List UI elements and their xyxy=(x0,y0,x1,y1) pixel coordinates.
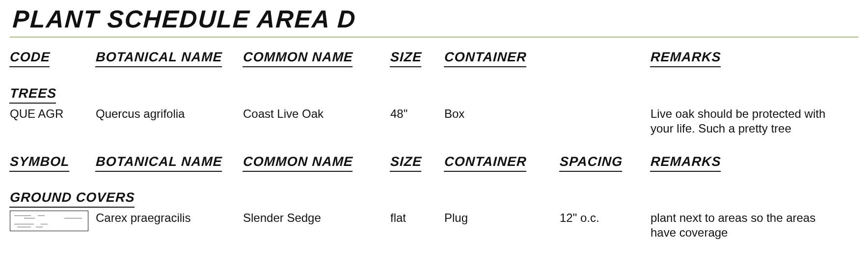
cell-common: Coast Live Oak xyxy=(243,106,390,121)
cell-remarks: plant next to areas so the areas have co… xyxy=(651,210,837,240)
header-symbol: SYMBOL xyxy=(9,154,70,172)
section-trees: TREES xyxy=(9,85,57,104)
cell-size: flat xyxy=(390,210,444,225)
header-container-2: CONTAINER xyxy=(444,154,527,172)
header-container: CONTAINER xyxy=(444,49,527,67)
cell-size: 48" xyxy=(390,106,444,121)
header-size-2: SIZE xyxy=(390,154,422,172)
header-size: SIZE xyxy=(390,49,422,67)
cell-code: QUE AGR xyxy=(10,106,96,121)
header-spacing: SPACING xyxy=(559,154,623,172)
header-common-2: COMMON NAME xyxy=(243,154,353,172)
cell-remarks: Live oak should be protected with your l… xyxy=(651,106,837,136)
cell-spacing: 12" o.c. xyxy=(560,210,651,225)
title-rule xyxy=(10,37,858,37)
table-row: QUE AGR Quercus agrifolia Coast Live Oak… xyxy=(10,106,858,136)
header-remarks-2: REMARKS xyxy=(650,154,721,172)
cell-botanical: Carex praegracilis xyxy=(96,210,243,225)
header-row-trees: CODE BOTANICAL NAME COMMON NAME SIZE CON… xyxy=(10,49,858,67)
hatch-swatch-icon xyxy=(10,211,88,231)
header-row-groundcovers: SYMBOL BOTANICAL NAME COMMON NAME SIZE C… xyxy=(10,154,858,172)
cell-botanical: Quercus agrifolia xyxy=(96,106,243,121)
header-common: COMMON NAME xyxy=(243,49,353,67)
header-botanical: BOTANICAL NAME xyxy=(95,49,222,67)
cell-container: Box xyxy=(444,106,560,121)
page-title: PLANT SCHEDULE AREA D xyxy=(12,4,357,35)
header-code: CODE xyxy=(9,49,51,67)
header-remarks: REMARKS xyxy=(650,49,721,67)
cell-common: Slender Sedge xyxy=(243,210,390,225)
section-groundcovers: GROUND COVERS xyxy=(9,189,135,208)
table-row: Carex praegracilis Slender Sedge flat Pl… xyxy=(10,210,858,240)
cell-container: Plug xyxy=(444,210,560,225)
header-botanical-2: BOTANICAL NAME xyxy=(95,154,222,172)
